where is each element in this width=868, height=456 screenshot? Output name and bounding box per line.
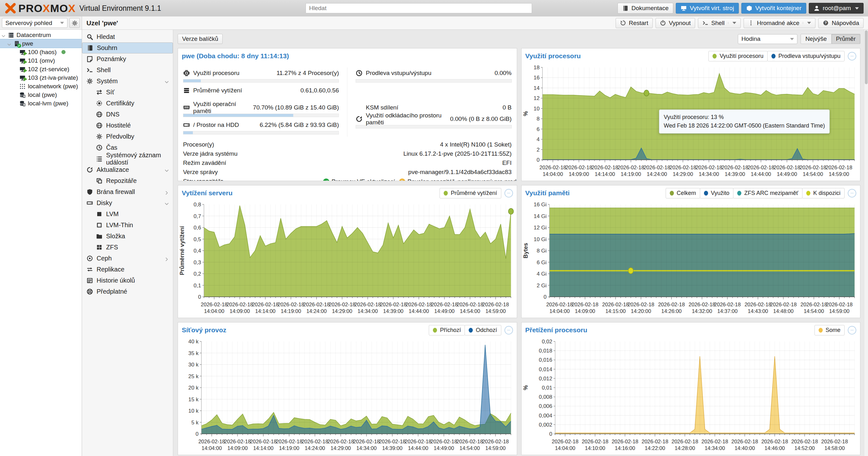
chevron-right-icon[interactable] xyxy=(164,190,169,194)
svg-text:0,008: 0,008 xyxy=(539,394,552,400)
nav-item-lvm-thin[interactable]: LVM-Thin xyxy=(82,220,173,231)
nav-item-aktualizace[interactable]: Aktualizace xyxy=(82,164,173,175)
nav-item-historie-kol[interactable]: Historie úkolů xyxy=(82,275,173,286)
tree-item-103-zt-iva-private[interactable]: 103 (zt-iva-private) xyxy=(0,73,82,82)
scrollbar[interactable] xyxy=(864,30,868,456)
tree-settings-button[interactable] xyxy=(69,18,80,28)
nav-item-br-na-firewall[interactable]: Brána firewall xyxy=(82,186,173,197)
restart-button[interactable]: Restart xyxy=(616,18,653,28)
nav-item-s[interactable]: Síť xyxy=(82,87,173,98)
collapse-icon[interactable]: − xyxy=(504,189,513,197)
legend-item-zfs-arc-mezipam[interactable]: ZFS ARC mezipaměť xyxy=(733,188,802,198)
nav-item-lvm[interactable]: LVM xyxy=(82,208,173,220)
legend-item-p-choz[interactable]: Příchozí xyxy=(429,325,465,335)
svg-text:14:04:00: 14:04:00 xyxy=(542,171,563,177)
copy-icon xyxy=(96,177,102,184)
expander-chevron-icon[interactable] xyxy=(1,33,6,37)
cpu-pressure-chart[interactable]: 00,0020,0040,0060,0080,010,0120,0140,016… xyxy=(522,338,859,455)
tree-item-pwe[interactable]: ✓pwe xyxy=(0,39,82,48)
global-search-input[interactable] xyxy=(306,3,532,13)
create-container-button[interactable]: Vytvořit kontejner xyxy=(741,3,806,13)
tree-item-local-pwe[interactable]: local (pwe) xyxy=(0,91,82,99)
documentation-button[interactable]: Dokumentace xyxy=(618,3,673,13)
legend-item-vyu-it-procesoru[interactable]: Využití procesoru xyxy=(708,51,767,61)
collapse-icon[interactable]: − xyxy=(848,52,856,60)
nav-item-replikace[interactable]: Replikace xyxy=(82,264,173,275)
nav-item-p-edvolby[interactable]: Předvolby xyxy=(82,131,173,142)
button-label: Hromadné akce xyxy=(757,20,799,27)
server-load-chart[interactable]: 00,10,20,30,40,50,60,70,82026-02-1814:04… xyxy=(179,201,515,318)
svg-text:14:37:00: 14:37:00 xyxy=(717,308,737,314)
nav-item-slo-ka[interactable]: Složka xyxy=(82,231,173,242)
nav-item-souhrn[interactable]: Souhrn xyxy=(82,42,173,54)
tree-item-local-lvm-pwe[interactable]: local-lvm (pwe) xyxy=(0,99,82,107)
nav-item-syst-m[interactable]: Systém xyxy=(82,76,173,87)
tasks-icon xyxy=(87,277,93,284)
storage-icon xyxy=(19,100,26,107)
svg-text:2026-02-18: 2026-02-18 xyxy=(658,301,685,307)
tree-item-localnetwork-pwe[interactable]: localnetwork (pwe) xyxy=(0,82,82,91)
nav-item-zfs[interactable]: ZFS xyxy=(82,242,173,253)
nav-item-disky[interactable]: Disky xyxy=(82,197,173,208)
chevron-down-icon[interactable] xyxy=(164,79,169,84)
nav-item-ceph[interactable]: Ceph xyxy=(82,253,173,264)
nav-item-hostitel[interactable]: Hostitelé xyxy=(82,120,173,131)
chevron-down-icon[interactable] xyxy=(164,167,169,172)
nav-item-shell[interactable]: Shell xyxy=(82,65,173,76)
legend-item-pr-m-rn-vyt-en[interactable]: Průměrné vytížení xyxy=(439,188,501,198)
svg-text:14:19:00: 14:19:00 xyxy=(281,308,301,314)
avg-toggle-button[interactable]: Průměr xyxy=(832,34,860,44)
nav-item-p-edplatn[interactable]: Předplatné xyxy=(82,286,173,297)
max-toggle-button[interactable]: Nejvýše xyxy=(801,34,832,44)
cpu-usage-chart[interactable]: 0246810121416182026-02-1814:04:002026-02… xyxy=(522,64,859,181)
legend-item-vyu-ito[interactable]: Využito xyxy=(700,188,734,198)
nav-item-pozn-mky[interactable]: Poznámky xyxy=(82,54,173,65)
collapse-icon[interactable]: − xyxy=(848,189,856,197)
chevron-right-icon[interactable] xyxy=(164,256,169,261)
sdn-icon xyxy=(19,83,26,90)
nav-item-repozit-e[interactable]: Repozitáře xyxy=(82,175,173,186)
svg-text:14:49:00: 14:49:00 xyxy=(434,445,454,451)
svg-text:10: 10 xyxy=(534,106,539,112)
status-dot xyxy=(61,50,66,54)
chevron-down-icon[interactable] xyxy=(164,201,169,205)
legend-item-k-dispozici[interactable]: K dispozici xyxy=(802,188,844,198)
svg-text:6 Gi: 6 Gi xyxy=(536,259,546,265)
chevron-down-icon[interactable] xyxy=(803,22,811,24)
svg-text:2026-02-18: 2026-02-18 xyxy=(688,301,715,307)
legend-item-prodleva-vstupu-v-stupu[interactable]: Prodleva vstupu/výstupu xyxy=(767,51,844,61)
view-selector[interactable]: Serverový pohled xyxy=(2,18,67,28)
tree-item-102-zt-service[interactable]: 102 (zt-service) xyxy=(0,65,82,73)
warning-circle-icon: ! xyxy=(399,178,405,181)
tree-item-101-omv[interactable]: 101 (omv) xyxy=(0,56,82,65)
nav-item-dns[interactable]: DNS xyxy=(82,109,173,120)
expander-chevron-icon[interactable] xyxy=(7,41,11,46)
tree-item-100-haos[interactable]: 100 (haos) xyxy=(0,48,82,56)
legend-item-some[interactable]: Some xyxy=(814,325,844,335)
nav-item-certifik-ty[interactable]: Certifikáty xyxy=(82,98,173,109)
collapse-icon[interactable]: − xyxy=(848,326,856,334)
nav-item-hledat[interactable]: Hledat xyxy=(82,31,173,42)
chevron-down-icon[interactable] xyxy=(728,22,736,24)
svg-text:0,4: 0,4 xyxy=(193,248,201,254)
svg-text:2026-02-18: 2026-02-18 xyxy=(328,438,354,444)
user-menu-button[interactable]: root@pam xyxy=(809,3,864,13)
package-versions-button[interactable]: Verze balíčků xyxy=(178,34,223,44)
timeframe-select[interactable]: Hodina xyxy=(738,34,797,44)
tree-item-datacentrum[interactable]: Datacentrum xyxy=(0,31,82,39)
bulk-actions-button[interactable]: Hromadné akce xyxy=(744,18,815,28)
scrollbar-thumb[interactable] xyxy=(865,30,868,84)
create-vm-button[interactable]: Vytvořit virt. stroj xyxy=(676,3,739,13)
shutdown-button[interactable]: Vypnout xyxy=(655,18,695,28)
legend-item-odchoz[interactable]: Odchozí xyxy=(465,325,501,335)
help-button[interactable]: ?Nápověda xyxy=(818,18,864,28)
nav-item-syst-mov-z-znam-ud-lost[interactable]: Systémový záznam událostí xyxy=(82,153,173,164)
legend-item-celkem[interactable]: Celkem xyxy=(665,188,700,198)
collapse-icon[interactable]: − xyxy=(504,326,513,334)
memory-usage-chart[interactable]: 02 Gi4 Gi6 Gi8 Gi10 Gi12 Gi14 Gi16 Gi202… xyxy=(522,201,859,318)
svg-text:14:46:00: 14:46:00 xyxy=(765,445,785,451)
resource-tree: Datacentrum✓pwe100 (haos)101 (omv)102 (z… xyxy=(0,30,82,456)
shell-button[interactable]: Shell xyxy=(698,18,741,28)
svg-text:2026-02-18: 2026-02-18 xyxy=(354,301,381,307)
network-traffic-chart[interactable]: 05 k10 k15 k20 k25 k30 k35 k40 k2026-02-… xyxy=(179,338,515,455)
